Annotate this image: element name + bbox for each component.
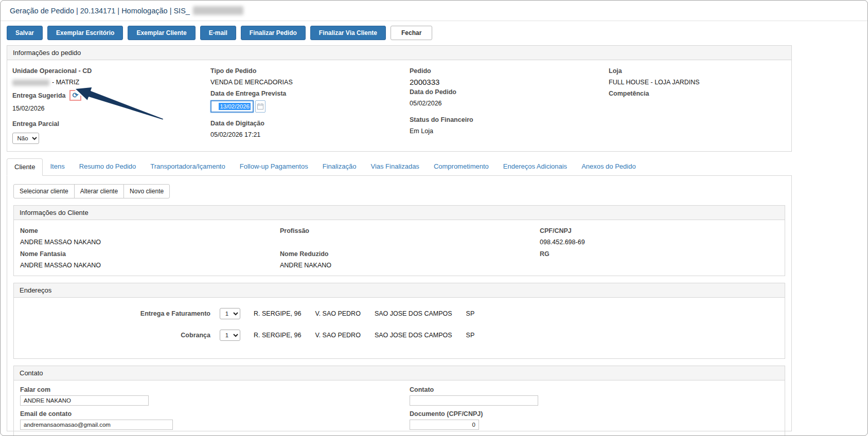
nome-fantasia-value: ANDRE MASSAO NAKANO [20, 262, 280, 269]
order-info-col-1: Unidade Operacional - CD - MATRIZ Entreg… [12, 63, 210, 144]
tab-cliente[interactable]: Cliente [7, 158, 43, 176]
email-contato-input[interactable] [20, 420, 173, 430]
order-info-panel: Informações do pedido Unidade Operaciona… [7, 45, 792, 152]
status-financeiro-label: Status do Financeiro [410, 116, 609, 123]
documento-label: Documento (CPF/CNPJ) [410, 410, 778, 417]
salvar-button[interactable]: Salvar [7, 26, 43, 40]
client-info-fieldset: Informações do Cliente Nome ANDRE MASSAO… [13, 205, 785, 276]
page-title: Geração de Pedido | 20.134171 | Homologa… [10, 7, 190, 15]
data-entrega-prevista-label: Data de Entrega Prevista [210, 90, 410, 97]
order-info-header: Informações do pedido [7, 46, 791, 60]
enderecos-header: Endereços [14, 283, 785, 298]
alterar-cliente-button[interactable]: Alterar cliente [74, 184, 124, 198]
competencia-label: Competência [609, 90, 786, 97]
selecionar-cliente-button[interactable]: Selecionar cliente [13, 184, 75, 198]
entrega-faturamento-select[interactable]: 1 [220, 308, 240, 319]
cobranca-label: Cobrança [20, 332, 210, 339]
entrega-street: R. SERGIPE, 96 [254, 310, 301, 317]
entrega-state: SP [466, 310, 475, 317]
cpf-cnpj-value: 098.452.698-69 [540, 239, 778, 246]
documento-input[interactable] [410, 420, 479, 430]
finalizar-pedido-button[interactable]: Finalizar Pedido [241, 26, 306, 40]
rg-label: RG [540, 250, 778, 258]
data-digitacao-label: Data de Digitação [210, 120, 410, 127]
unidade-operacional-label: Unidade Operacional - CD [12, 67, 210, 75]
entrega-faturamento-label: Entrega e Faturamento [20, 310, 210, 317]
endereco-cobranca-row: Cobrança 1 R. SERGIPE, 96 V. SAO PEDRO S… [20, 330, 778, 341]
entrega-city: SAO JOSE DOS CAMPOS [375, 310, 452, 317]
cpf-cnpj-label: CPF/CNPJ [540, 227, 778, 234]
contato-left-column: Falar com Email de contato Código do paí… [20, 384, 410, 436]
tab-transportadora-icamento[interactable]: Transportadora/Içamento [143, 158, 232, 175]
falar-com-label: Falar com [20, 386, 410, 393]
data-pedido-value: 05/02/2026 [410, 100, 609, 107]
rg-value [540, 262, 778, 269]
pedido-label: Pedido [410, 67, 609, 75]
tab-anexos-do-pedido[interactable]: Anexos do Pedido [574, 158, 643, 175]
status-financeiro-value: Em Loja [410, 128, 609, 135]
calendar-button[interactable] [255, 100, 265, 113]
cobranca-select[interactable]: 1 [220, 330, 240, 341]
client-info-body: Nome ANDRE MASSAO NAKANO Nome Fantasia A… [14, 220, 785, 276]
fechar-button[interactable]: Fechar [391, 26, 432, 40]
cliente-tab-content: Selecionar cliente Alterar cliente Novo … [7, 175, 792, 431]
contato-right-column: Contato Documento (CPF/CNPJ) [410, 384, 778, 436]
email-contato-label: Email de contato [20, 410, 410, 417]
novo-cliente-button[interactable]: Novo cliente [123, 184, 170, 198]
email-button[interactable]: E-mail [200, 26, 236, 40]
cobranca-district: V. SAO PEDRO [315, 332, 360, 339]
calendar-icon [257, 103, 263, 110]
loja-label: Loja [609, 67, 786, 75]
data-entrega-prevista-value: 13/02/2026 [219, 103, 251, 110]
pedido-value: 2000333 [410, 78, 609, 86]
cobranca-street: R. SERGIPE, 96 [254, 332, 301, 339]
tab-vias-finalizadas[interactable]: Vias Finalizadas [363, 158, 426, 175]
data-pedido-label: Data do Pedido [410, 88, 609, 96]
entrega-parcial-select[interactable]: Não [12, 133, 39, 144]
window-titlebar: Geração de Pedido | 20.134171 | Homologa… [1, 1, 867, 21]
contato-body: Falar com Email de contato Código do paí… [14, 380, 785, 436]
contato-input[interactable] [410, 395, 538, 406]
contato-fieldset: Contato Falar com Email de contato Códig… [13, 366, 785, 436]
refresh-icon[interactable]: ⟳ [73, 92, 79, 99]
data-digitacao-value: 05/02/2026 17:21 [210, 131, 410, 138]
finalizar-via-cliente-button[interactable]: Finalizar Via Cliente [310, 26, 386, 40]
profissao-label: Profissão [280, 227, 540, 234]
order-info-body: Unidade Operacional - CD - MATRIZ Entreg… [7, 60, 791, 151]
tab-followup-pagamentos[interactable]: Follow-up Pagamentos [233, 158, 315, 175]
tab-enderecos-adicionais[interactable]: Endereços Adicionais [496, 158, 574, 175]
cobranca-city: SAO JOSE DOS CAMPOS [375, 332, 452, 339]
client-actions-group: Selecionar cliente Alterar cliente Novo … [13, 184, 170, 198]
entrega-sugerida-label: Entrega Sugerida [12, 92, 66, 99]
tipo-pedido-label: Tipo de Pedido [210, 67, 410, 75]
tab-resumo-do-pedido[interactable]: Resumo do Pedido [72, 158, 144, 175]
tab-itens[interactable]: Itens [43, 158, 72, 175]
tipo-pedido-value: VENDA DE MERCADORIAS [210, 79, 410, 86]
exemplar-escritorio-button[interactable]: Exemplar Escritório [47, 26, 123, 40]
tab-finalizacao[interactable]: Finalização [315, 158, 364, 175]
nome-fantasia-label: Nome Fantasia [20, 250, 280, 258]
client-info-header: Informações do Cliente [14, 206, 785, 220]
nome-value: ANDRE MASSAO NAKANO [20, 239, 280, 246]
tab-comprometimento[interactable]: Comprometimento [427, 158, 496, 175]
action-toolbar: Salvar Exemplar Escritório Exemplar Clie… [1, 21, 867, 44]
competencia-value [609, 101, 786, 109]
profissao-value [280, 239, 540, 246]
entrega-district: V. SAO PEDRO [315, 310, 360, 317]
cobranca-state: SP [466, 332, 475, 339]
order-info-col-3: Pedido 2000333 Data do Pedido 05/02/2026… [410, 63, 609, 144]
annotation-highlight-box: ⟳ [69, 90, 82, 101]
nome-reduzido-value: ANDRE NAKANO [280, 262, 540, 269]
nome-label: Nome [20, 227, 280, 234]
contato-header: Contato [14, 366, 785, 380]
contato-label: Contato [410, 386, 778, 393]
order-info-col-2: Tipo de Pedido VENDA DE MERCADORIAS Data… [210, 63, 410, 144]
exemplar-cliente-button[interactable]: Exemplar Cliente [128, 26, 195, 40]
entrega-sugerida-value: 15/02/2026 [12, 105, 210, 112]
endereco-entrega-row: Entrega e Faturamento 1 R. SERGIPE, 96 V… [20, 308, 778, 319]
falar-com-input[interactable] [20, 395, 149, 406]
data-entrega-prevista-input[interactable]: 13/02/2026 [210, 100, 254, 113]
order-generation-window: Geração de Pedido | 20.134171 | Homologa… [0, 0, 868, 436]
enderecos-fieldset: Endereços Entrega e Faturamento 1 R. SER… [13, 283, 785, 359]
nome-reduzido-label: Nome Reduzido [280, 250, 540, 258]
